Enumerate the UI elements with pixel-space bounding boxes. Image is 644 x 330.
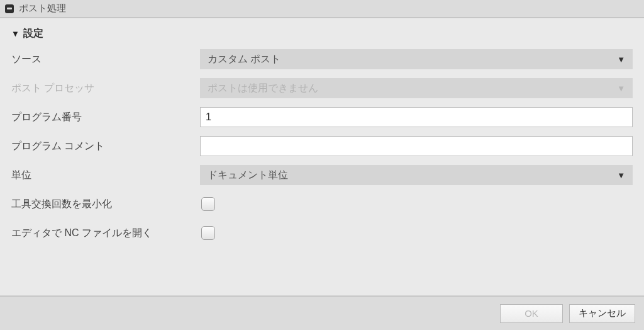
section-header-settings[interactable]: ▼ 設定 <box>11 27 633 40</box>
footer: OK キャンセル <box>0 296 644 330</box>
chevron-down-icon: ▼ <box>617 171 625 180</box>
label-program-comment: プログラム コメント <box>11 140 200 153</box>
row-post-processor: ポスト プロセッサ ポストは使用できません ▼ <box>11 78 633 98</box>
row-program-comment: プログラム コメント <box>11 136 633 156</box>
content-area: ▼ 設定 ソース カスタム ポスト ▼ ポスト プロセッサ ポストは使用できませ… <box>0 18 644 296</box>
titlebar: ポスト処理 <box>0 0 644 18</box>
window-title: ポスト処理 <box>19 3 66 14</box>
label-source: ソース <box>11 53 200 66</box>
ok-button: OK <box>500 304 563 323</box>
label-units: 単位 <box>11 169 200 182</box>
select-source[interactable]: カスタム ポスト ▼ <box>200 49 633 69</box>
checkbox-minimize-tool-changes[interactable] <box>201 197 215 211</box>
input-program-number[interactable] <box>200 107 633 127</box>
checkbox-open-nc-in-editor[interactable] <box>201 226 215 240</box>
disclosure-triangle-icon: ▼ <box>11 29 19 38</box>
section-title: 設定 <box>23 27 43 40</box>
cancel-button[interactable]: キャンセル <box>569 304 635 323</box>
select-units-value: ドキュメント単位 <box>208 169 288 182</box>
row-units: 単位 ドキュメント単位 ▼ <box>11 165 633 185</box>
select-post-processor-value: ポストは使用できません <box>208 82 318 95</box>
input-program-comment[interactable] <box>200 136 633 156</box>
app-icon <box>5 4 14 13</box>
row-minimize-tool-changes: 工具交換回数を最小化 <box>11 194 633 214</box>
label-post-processor: ポスト プロセッサ <box>11 82 200 95</box>
row-open-nc-in-editor: エディタで NC ファイルを開く <box>11 223 633 243</box>
select-units[interactable]: ドキュメント単位 ▼ <box>200 165 633 185</box>
label-program-number: プログラム番号 <box>11 111 200 124</box>
chevron-down-icon: ▼ <box>617 55 625 64</box>
select-post-processor: ポストは使用できません ▼ <box>200 78 633 98</box>
chevron-down-icon: ▼ <box>617 84 625 93</box>
label-open-nc-in-editor: エディタで NC ファイルを開く <box>11 227 200 240</box>
select-source-value: カスタム ポスト <box>208 53 280 66</box>
row-source: ソース カスタム ポスト ▼ <box>11 49 633 69</box>
label-minimize-tool-changes: 工具交換回数を最小化 <box>11 198 200 211</box>
row-program-number: プログラム番号 <box>11 107 633 127</box>
